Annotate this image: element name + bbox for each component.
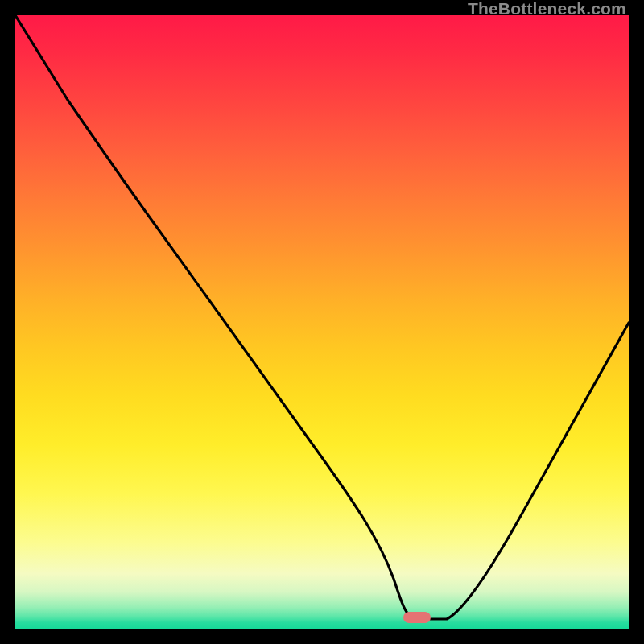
optimal-marker (403, 612, 431, 623)
watermark-label: TheBottleneck.com (468, 0, 626, 19)
chart-frame: TheBottleneck.com (0, 0, 644, 644)
bottleneck-curve (15, 15, 629, 629)
plot-area (15, 15, 629, 629)
